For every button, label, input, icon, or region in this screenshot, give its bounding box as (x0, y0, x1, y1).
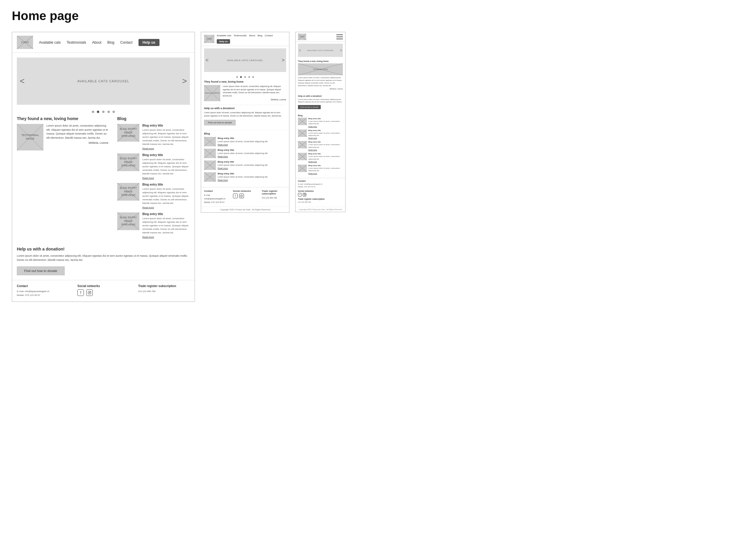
tablet-read-more-4[interactable]: Read more (218, 179, 268, 181)
mobile-testimonial-image: TESTIMONIAL IMAGE (298, 64, 343, 75)
desktop-read-more-2[interactable]: Read more (142, 177, 190, 179)
desktop-nav-contact[interactable]: Contact (120, 40, 132, 44)
tablet-donate-button[interactable]: Find out how to donate (204, 120, 236, 125)
svg-rect-3 (240, 195, 243, 197)
mobile-hamburger-menu[interactable] (337, 35, 343, 39)
tablet-dot-1[interactable] (236, 76, 238, 78)
desktop-carousel-right-arrow[interactable]: > (182, 76, 187, 86)
tablet-testimonial-item: Testimonial IMAGE Lorem ipsum dolor sit … (204, 85, 286, 101)
tablet-blog-img-1 (204, 137, 216, 146)
desktop-nav-about[interactable]: About (92, 40, 101, 44)
tablet-social-icons: f (233, 193, 257, 198)
desktop-dot-3[interactable] (102, 111, 104, 113)
tablet-blog-entry-2: Blog entry title Lorem ipsum dolor sit a… (204, 149, 286, 158)
tablet-nav-cta[interactable]: Help us (217, 39, 230, 44)
desktop-instagram-icon[interactable] (86, 290, 93, 296)
mobile-hamburger-line-3 (337, 38, 343, 39)
mobile-blog-entry-title-2: Blog entry title (308, 130, 343, 131)
tablet-dot-5[interactable] (252, 76, 254, 78)
mobile-testimonial-text: Lorem ipsum dolor sit amet, consectetur … (298, 76, 343, 87)
mobile-read-more-3[interactable]: Read more (308, 149, 343, 151)
desktop-carousel: < AVAILABLE CATS CAROUSEL > (17, 58, 190, 105)
desktop-dot-1[interactable] (92, 111, 94, 113)
tablet-nav-contact[interactable]: Contact (265, 34, 273, 37)
tablet-blog-entry-title-4: Blog entry title (218, 172, 268, 175)
desktop-dot-2[interactable] (97, 111, 99, 113)
mobile-blog-entry-1: Blog entry title Lorem ipsum dolor sit a… (298, 118, 343, 127)
mobile-read-more-1[interactable]: Read more (308, 126, 343, 127)
tablet-donation-text: Lorem ipsum dolor sit amet, consectetur … (204, 111, 286, 117)
tablet-instagram-icon[interactable] (239, 193, 244, 198)
mobile-nav-logo: LOGO (298, 34, 306, 40)
mobile-blog-entry-text-4: Lorem ipsum dolor sit amet, consectetur … (308, 155, 343, 160)
desktop-nav: LOGO Available cats Testimonials About B… (12, 32, 195, 53)
tablet-dot-3[interactable] (244, 76, 246, 78)
desktop-read-more-3[interactable]: Read more (142, 206, 190, 209)
desktop-blog-img-2: BLOG ENTRY IMAGE (PREVIEW) (117, 153, 139, 171)
tablet-nav-available-cats[interactable]: Available cats (217, 34, 231, 37)
tablet-read-more-3[interactable]: Read more (218, 167, 268, 169)
mobile-instagram-icon[interactable] (303, 193, 306, 196)
tablet-read-more-2[interactable]: Read more (218, 156, 268, 158)
mobile-blog-entry-text-5: Lorem ipsum dolor sit amet, consectetur … (308, 167, 343, 172)
desktop-testimonial-item: TESTIMONIAL IMAGE Lorem ipsum dolor sit … (17, 124, 108, 150)
desktop-nav-cta[interactable]: Help us (139, 39, 159, 46)
tablet-nav-links: Available cats Testimonials About Blog C… (217, 34, 286, 44)
tablet-carousel-right-arrow[interactable]: > (282, 57, 285, 64)
mobile-donate-button[interactable]: Find out how to donate (298, 105, 321, 109)
mobile-hamburger-line-1 (337, 35, 343, 35)
tablet-dot-2[interactable] (240, 76, 242, 78)
desktop-dot-5[interactable] (113, 111, 115, 113)
desktop-blog-title-1: Blog entry title (142, 124, 190, 127)
desktop-nav-blog[interactable]: Blog (107, 40, 114, 44)
desktop-nav-logo: LOGO (17, 36, 33, 49)
mobile-copyright: Copyright 2020 Il Paese dei Gatti - All … (296, 207, 345, 212)
tablet-carousel-left-arrow[interactable]: < (205, 57, 209, 64)
desktop-carousel-left-arrow[interactable]: < (20, 76, 24, 86)
tablet-facebook-icon[interactable]: f (233, 193, 238, 198)
desktop-facebook-icon[interactable]: f (77, 290, 84, 296)
desktop-blog-text-1: Lorem ipsum dolor sit amet, consectetur … (142, 128, 190, 146)
mobile-footer-trade-title: Trade register subscription (298, 198, 343, 200)
mobile-carousel-left-arrow[interactable]: < (299, 48, 301, 53)
mobile-read-more-4[interactable]: Read more (308, 161, 343, 163)
tablet-read-more-1[interactable]: Read more (218, 144, 268, 146)
tablet-testimonial-section: They found a new, loving home Testimonia… (201, 80, 289, 103)
mobile-testimonial-item: TESTIMONIAL IMAGE Lorem ipsum dolor sit … (298, 64, 343, 90)
mobile-blog-entry-3: Blog entry title Lorem ipsum dolor sit a… (298, 141, 343, 151)
desktop-blog-title-2: Blog entry title (142, 153, 190, 157)
mobile-read-more-5[interactable]: Read more (308, 173, 343, 174)
desktop-read-more-4[interactable]: Read more (142, 236, 190, 239)
desktop-footer-contact-email: E-mail: info@ilpaesedeigatti.ch (17, 290, 68, 293)
mobile-blog-entry-title-5: Blog entry title (308, 165, 343, 166)
desktop-blog-entry-3: BLOG ENTRY IMAGE (PREVIEW) Blog entry ti… (117, 183, 190, 209)
mobile-footer: Contact E-mail: info@ilpaesedeigatti.ch … (296, 178, 345, 206)
desktop-nav-available-cats[interactable]: Available cats (39, 40, 61, 44)
tablet-dot-4[interactable] (248, 76, 250, 78)
tablet-blog-entry-text-3: Lorem ipsum dolor sit amet, consectetur … (218, 164, 268, 167)
desktop-donation-section: Help us with a donation! Lorem ipsum dol… (12, 247, 195, 280)
tablet-footer-social: Social networks f (233, 190, 257, 204)
tablet-nav-testimonials[interactable]: Testimonials (233, 34, 247, 37)
tablet-footer-row: Contact E-mail: info@ilpaesedeigatti.ch … (204, 190, 286, 204)
tablet-blog-img-2 (204, 149, 216, 158)
tablet-footer-mobile: Mobile: 070 123 45 67 (204, 201, 229, 204)
desktop-read-more-1[interactable]: Read more (142, 147, 190, 150)
desktop-blog-title: Blog (117, 116, 190, 121)
desktop-donate-button[interactable]: Find out how to donate (17, 267, 65, 275)
desktop-footer-trade: Trade register subscription CH-123.456.7… (138, 284, 190, 297)
desktop-blog-text-4: Lorem ipsum dolor sit amet, consectetur … (142, 217, 190, 235)
mobile-blog-entry-2: Blog entry title Lorem ipsum dolor sit a… (298, 130, 343, 139)
tablet-donation-title: Help us with a donation! (204, 107, 286, 110)
mobile-footer-social-title: Social networks (298, 190, 343, 192)
mobile-footer-contact-email: E-mail: info@ilpaesedeigatti.ch (298, 183, 343, 186)
mobile-read-more-2[interactable]: Read more (308, 137, 343, 139)
mobile-carousel-right-arrow[interactable]: > (340, 48, 342, 53)
mobile-facebook-icon[interactable]: f (298, 193, 302, 196)
desktop-nav-testimonials[interactable]: Testimonials (67, 40, 86, 44)
tablet-nav-blog[interactable]: Blog (257, 34, 262, 37)
desktop-dot-4[interactable] (107, 111, 110, 113)
tablet-blog-entry-1: Blog entry title Lorem ipsum dolor sit a… (204, 137, 286, 146)
mobile-blog-entry-text-3: Lorem ipsum dolor sit amet, consectetur … (308, 143, 343, 148)
tablet-nav-about[interactable]: About (249, 34, 255, 37)
